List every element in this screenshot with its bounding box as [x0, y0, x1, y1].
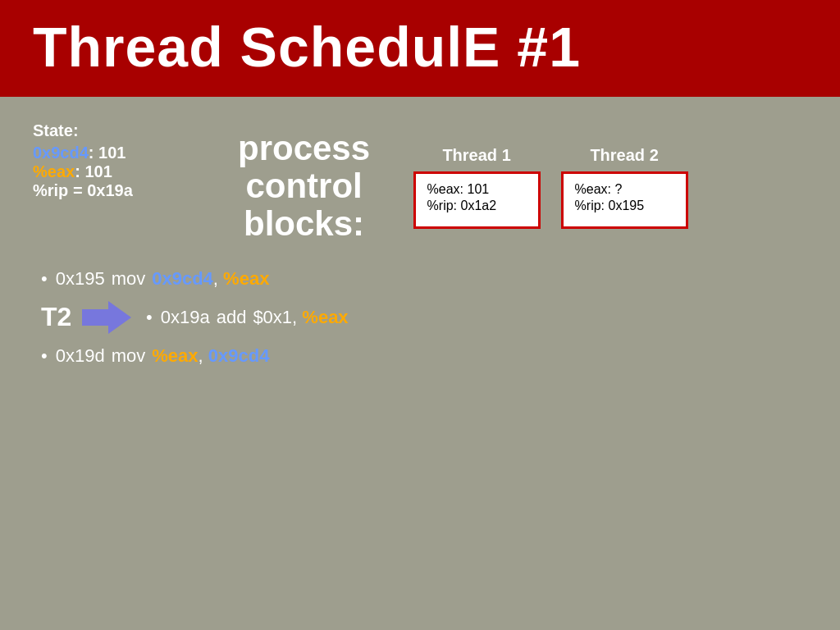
top-section: State: 0x9cd4: 101 %eax: 101 %rip = 0x19…: [33, 121, 807, 244]
arg2-3: 0x9cd4: [208, 345, 270, 367]
thread2-column: Thread 2 %eax: ? %rip: 0x195: [559, 146, 690, 229]
mnemonic-1: mov: [112, 268, 146, 290]
state-line3: %rip = 0x19a: [33, 181, 197, 200]
state-val2: 101: [80, 162, 112, 180]
state-val1: 101: [94, 144, 126, 162]
bullet-3: •: [41, 345, 48, 367]
state-line1: 0x9cd4: 101: [33, 144, 197, 162]
mnemonic-2: add: [217, 307, 247, 328]
bullet-2: •: [146, 307, 153, 328]
t2-label: T2: [41, 302, 74, 332]
page-title: Thread SchedulE #1: [33, 15, 581, 79]
state-label: State:: [33, 121, 197, 140]
thread1-box: %eax: 101 %rip: 0x1a2: [413, 171, 541, 229]
t2-row: T2 • 0x19a add $0x1, %eax: [41, 301, 807, 334]
thread1-line2: %rip: 0x1a2: [427, 199, 527, 213]
instr-line-2: • 0x19a add $0x1, %eax: [146, 307, 349, 328]
arg2-1: %eax: [223, 268, 269, 290]
thread2-line1: %eax: ?: [575, 182, 674, 197]
arg1-3: %eax: [152, 345, 198, 367]
arg1-1: 0x9cd4: [152, 268, 213, 290]
instr-line-3: • 0x19d mov %eax, 0x9cd4: [41, 345, 807, 367]
mnemonic-3: mov: [112, 345, 146, 367]
addr-3: 0x19d: [56, 345, 105, 367]
arg1-2: $0x1,: [253, 307, 297, 328]
arg2-2: %eax: [302, 307, 348, 328]
state-eax-reg: %eax: [33, 162, 75, 180]
header: Thread SchedulE #1: [0, 0, 840, 97]
thread2-box: %eax: ? %rip: 0x195: [561, 171, 688, 229]
pcb-label: processcontrolblocks:: [238, 121, 370, 244]
state-colon1: :: [89, 144, 94, 162]
instr-line-1: • 0x195 mov 0x9cd4, %eax: [41, 268, 807, 290]
state-line2: %eax: 101: [33, 162, 197, 181]
state-block: State: 0x9cd4: 101 %eax: 101 %rip = 0x19…: [33, 121, 197, 200]
thread2-line2: %rip: 0x195: [575, 199, 674, 213]
threads-container: Thread 1 %eax: 101 %rip: 0x1a2 Thread 2 …: [411, 121, 807, 229]
addr-1: 0x195: [56, 268, 105, 290]
main-content: State: 0x9cd4: 101 %eax: 101 %rip = 0x19…: [0, 97, 840, 395]
thread1-line1: %eax: 101: [427, 182, 527, 197]
thread1-column: Thread 1 %eax: 101 %rip: 0x1a2: [411, 146, 542, 229]
thread1-title: Thread 1: [442, 146, 510, 165]
thread2-title: Thread 2: [590, 146, 658, 165]
arrow-icon: [82, 301, 131, 334]
state-addr: 0x9cd4: [33, 144, 89, 162]
addr-2: 0x19a: [161, 307, 210, 328]
instructions-section: • 0x195 mov 0x9cd4, %eax T2 • 0x19a add …: [33, 268, 807, 367]
bullet-1: •: [41, 268, 48, 290]
state-colon2: :: [75, 162, 80, 180]
